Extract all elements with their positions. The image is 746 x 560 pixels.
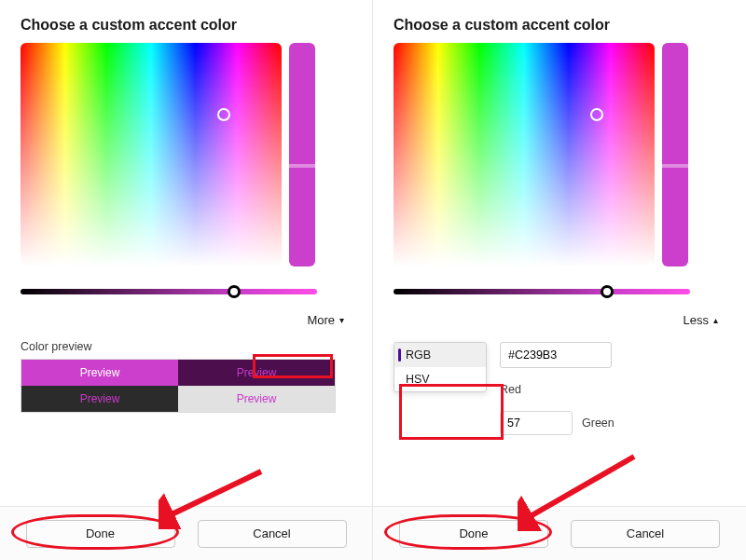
- green-channel-label: Green: [582, 417, 615, 430]
- horizontal-slider-thumb: [228, 285, 241, 298]
- hue-saturation-field[interactable]: [394, 43, 655, 266]
- vertical-slider-thumb: [660, 164, 690, 168]
- color-preview-grid: Preview Preview Preview Preview: [21, 359, 336, 413]
- horizontal-slider-thumb: [601, 285, 614, 298]
- value-horizontal-slider[interactable]: [21, 289, 317, 294]
- picker-ring-icon: [590, 108, 603, 121]
- value-vertical-slider[interactable]: [289, 43, 315, 266]
- value-vertical-slider[interactable]: [662, 43, 688, 266]
- dropdown-option-rgb[interactable]: RGB: [394, 343, 486, 367]
- cancel-button[interactable]: Cancel: [198, 520, 347, 548]
- color-mode-dropdown[interactable]: RGB HSV: [394, 342, 487, 392]
- hex-input[interactable]: [500, 342, 612, 368]
- dropdown-option-hsv[interactable]: HSV: [394, 367, 486, 391]
- picker-ring-icon: [217, 108, 230, 121]
- color-picker-pane-more-collapsed: Choose a custom accent color More ▾ Colo…: [0, 0, 373, 560]
- dialog-footer: Done Cancel: [0, 506, 372, 560]
- color-preview-heading: Color preview: [21, 340, 352, 353]
- done-button[interactable]: Done: [399, 520, 548, 548]
- preview-swatch-dark-accent: Preview: [178, 360, 335, 386]
- more-label: More: [307, 313, 335, 327]
- done-button[interactable]: Done: [26, 520, 175, 548]
- hue-saturation-field[interactable]: [21, 43, 282, 266]
- dialog-title: Choose a custom accent color: [394, 17, 725, 34]
- value-horizontal-slider[interactable]: [394, 289, 690, 294]
- value-slider-wrap: [394, 283, 725, 300]
- chevron-up-icon: ▴: [713, 315, 718, 325]
- chevron-down-icon: ▾: [339, 315, 344, 325]
- cancel-button[interactable]: Cancel: [571, 520, 720, 548]
- preview-swatch-dark-bg: Preview: [21, 386, 178, 412]
- value-slider-wrap: [21, 283, 352, 300]
- vertical-slider-thumb: [287, 164, 317, 168]
- red-channel-label: Red: [500, 383, 521, 396]
- color-picker-pane-less-expanded: Choose a custom accent color Less ▴: [373, 0, 746, 560]
- picker-row: [21, 43, 352, 266]
- color-model-row: RGB HSV Red Green: [394, 342, 725, 435]
- picker-row: [394, 43, 725, 266]
- preview-swatch-light-bg: Preview: [178, 386, 335, 412]
- dialog-title: Choose a custom accent color: [21, 17, 352, 34]
- less-label: Less: [684, 313, 709, 327]
- green-channel-input[interactable]: [500, 411, 573, 435]
- dialog-footer: Done Cancel: [373, 506, 746, 560]
- preview-swatch-light-accent: Preview: [21, 360, 178, 386]
- more-toggle-button[interactable]: More ▾: [299, 309, 352, 331]
- less-toggle-button[interactable]: Less ▴: [676, 309, 725, 331]
